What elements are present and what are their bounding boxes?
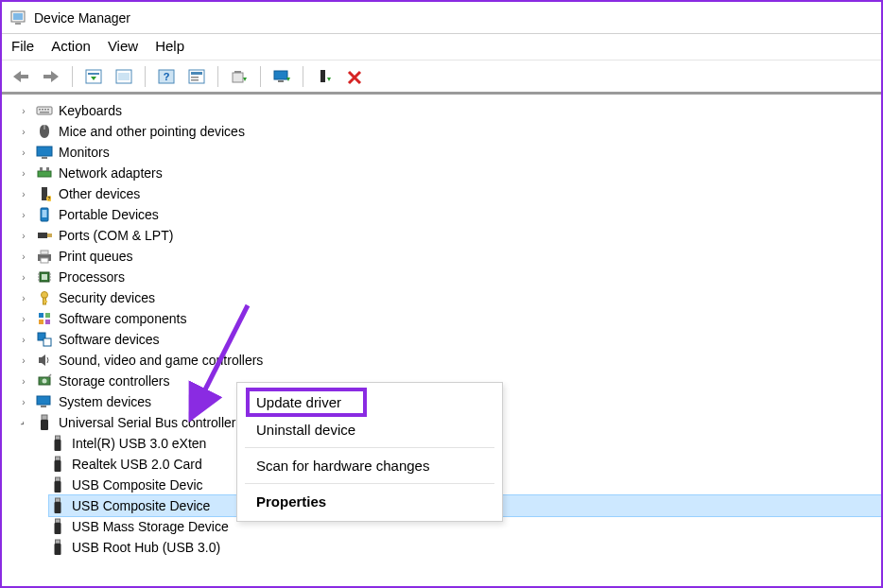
other-icon: ? bbox=[36, 185, 53, 202]
svg-rect-38 bbox=[43, 210, 47, 217]
monitor-icon bbox=[36, 144, 53, 161]
svg-rect-11 bbox=[191, 72, 202, 75]
ctx-uninstall[interactable]: Uninstall device bbox=[237, 416, 502, 443]
usb-device-icon bbox=[49, 456, 66, 473]
network-icon bbox=[36, 164, 53, 182]
tree-item-security[interactable]: ›Security devices bbox=[17, 287, 881, 308]
menu-help[interactable]: Help bbox=[155, 38, 184, 54]
chevron-right-icon[interactable]: › bbox=[17, 333, 30, 346]
menubar: File Action View Help bbox=[2, 34, 881, 61]
svg-rect-18 bbox=[278, 80, 284, 82]
ctx-properties[interactable]: Properties bbox=[237, 488, 502, 515]
tree-item-ports[interactable]: ›Ports (COM & LPT) bbox=[17, 225, 881, 246]
svg-rect-69 bbox=[55, 440, 61, 451]
app-icon bbox=[9, 9, 26, 26]
printer-icon bbox=[36, 248, 53, 265]
svg-rect-31 bbox=[38, 171, 51, 177]
mouse-icon bbox=[36, 123, 53, 140]
tree-label: Print queues bbox=[59, 249, 133, 264]
svg-rect-79 bbox=[55, 544, 61, 555]
chevron-right-icon[interactable]: › bbox=[17, 229, 30, 242]
svg-point-52 bbox=[42, 292, 48, 299]
chevron-right-icon[interactable]: › bbox=[17, 354, 30, 367]
help-button[interactable]: ? bbox=[153, 64, 180, 89]
cpu-icon bbox=[36, 268, 53, 285]
svg-rect-73 bbox=[55, 481, 61, 493]
svg-marker-5 bbox=[91, 77, 96, 80]
tree-item-print[interactable]: ›Print queues bbox=[17, 246, 881, 267]
svg-rect-27 bbox=[40, 112, 49, 113]
tree-item-keyboards[interactable]: ›Keyboards bbox=[17, 100, 881, 121]
computer-button[interactable] bbox=[268, 64, 295, 89]
tree-label: USB Mass Storage Device bbox=[72, 519, 229, 534]
show-hidden-button[interactable] bbox=[80, 64, 107, 89]
svg-rect-16 bbox=[234, 71, 241, 73]
chevron-right-icon[interactable]: › bbox=[17, 395, 30, 408]
tree-label: USB Composite Device bbox=[72, 498, 210, 513]
svg-rect-39 bbox=[38, 233, 47, 238]
menu-file[interactable]: File bbox=[11, 38, 34, 54]
tree-label: Network adapters bbox=[59, 165, 163, 181]
tree-item-portable[interactable]: ›Portable Devices bbox=[17, 204, 881, 225]
svg-rect-23 bbox=[39, 109, 41, 111]
tree-item-mice[interactable]: ›Mice and other pointing devices bbox=[17, 121, 881, 142]
tree-item-swcomponents[interactable]: ›Software components bbox=[17, 308, 881, 329]
tree-label: Ports (COM & LPT) bbox=[59, 228, 173, 243]
svg-rect-75 bbox=[55, 502, 61, 513]
tree-label: Monitors bbox=[59, 145, 110, 160]
software-components-icon bbox=[36, 310, 53, 327]
tree-item-processors[interactable]: ›Processors bbox=[17, 267, 881, 287]
chevron-right-icon[interactable]: › bbox=[17, 250, 30, 263]
forward-button[interactable] bbox=[38, 64, 64, 89]
svg-point-63 bbox=[43, 379, 47, 384]
menu-view[interactable]: View bbox=[108, 38, 138, 54]
back-button[interactable] bbox=[8, 64, 34, 89]
svg-rect-66 bbox=[42, 415, 47, 420]
usb-child-root[interactable]: USB Root Hub (USB 3.0) bbox=[49, 537, 881, 558]
svg-rect-70 bbox=[56, 457, 61, 460]
chevron-right-icon[interactable]: › bbox=[17, 125, 30, 138]
uninstall-button[interactable] bbox=[341, 64, 368, 89]
svg-point-54 bbox=[45, 301, 47, 303]
usb-icon bbox=[36, 414, 53, 431]
svg-rect-43 bbox=[41, 258, 48, 263]
tree-item-monitors[interactable]: ›Monitors bbox=[17, 142, 881, 163]
chevron-right-icon[interactable]: › bbox=[17, 270, 30, 284]
tree-item-other[interactable]: ›?Other devices bbox=[17, 183, 881, 204]
chevron-right-icon[interactable]: › bbox=[17, 104, 30, 117]
toolbar-separator bbox=[72, 66, 73, 87]
chevron-right-icon[interactable]: › bbox=[17, 291, 30, 304]
chevron-right-icon[interactable]: › bbox=[17, 312, 30, 325]
svg-rect-29 bbox=[37, 147, 52, 156]
storage-icon bbox=[36, 372, 53, 389]
svg-marker-61 bbox=[39, 355, 45, 366]
tree-item-sound[interactable]: ›Sound, video and game controllers bbox=[17, 350, 881, 371]
svg-rect-26 bbox=[47, 109, 49, 111]
properties-button[interactable] bbox=[183, 64, 210, 89]
ports-icon bbox=[36, 227, 53, 244]
tree-label: Storage controllers bbox=[59, 373, 170, 389]
svg-rect-60 bbox=[43, 338, 51, 346]
chevron-right-icon[interactable]: › bbox=[17, 187, 30, 200]
chevron-right-icon[interactable]: › bbox=[17, 146, 30, 159]
chevron-right-icon[interactable]: › bbox=[17, 208, 30, 221]
tree-item-swdevices[interactable]: ›Software devices bbox=[17, 329, 881, 350]
chevron-down-icon[interactable]: › bbox=[14, 413, 33, 432]
svg-rect-22 bbox=[37, 107, 52, 114]
update-driver-button[interactable] bbox=[226, 64, 252, 89]
portable-icon bbox=[36, 206, 53, 223]
scan-button[interactable] bbox=[111, 64, 137, 89]
ctx-update-driver[interactable]: Update driver bbox=[237, 389, 502, 416]
ctx-scan[interactable]: Scan for hardware changes bbox=[237, 452, 502, 479]
usb-device-icon bbox=[49, 497, 66, 514]
device-button[interactable] bbox=[311, 64, 338, 89]
toolbar-separator bbox=[260, 66, 261, 87]
svg-rect-32 bbox=[40, 167, 43, 171]
menu-action[interactable]: Action bbox=[51, 38, 91, 54]
tree-item-network[interactable]: ›Network adapters bbox=[17, 163, 881, 183]
toolbar: ? bbox=[2, 61, 881, 95]
chevron-right-icon[interactable]: › bbox=[17, 374, 30, 388]
chevron-right-icon[interactable]: › bbox=[17, 166, 30, 180]
svg-rect-17 bbox=[274, 71, 287, 79]
svg-rect-7 bbox=[118, 73, 130, 80]
